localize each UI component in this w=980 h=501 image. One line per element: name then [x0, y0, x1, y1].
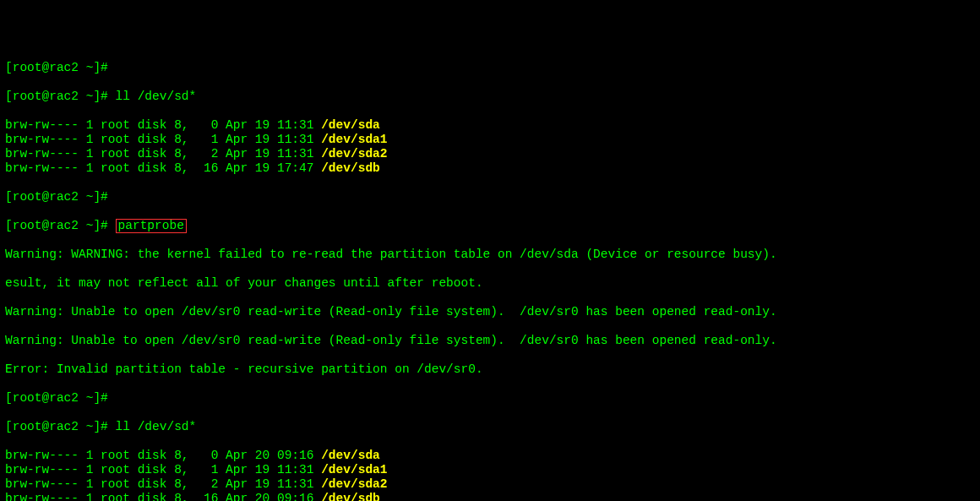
- command-text: ll /dev/sd*: [116, 90, 197, 103]
- command-text: ll /dev/sd*: [116, 420, 197, 433]
- ls-row: brw-rw---- 1 root disk 8, 16 Apr 19 17:4…: [5, 161, 975, 176]
- prompt-line[interactable]: [root@rac2 ~]#: [5, 219, 116, 232]
- file-permissions: brw-rw---- 1 root disk 8, 2 Apr 19 11:31: [5, 477, 321, 491]
- partprobe-command-highlight: partprobe: [116, 219, 187, 233]
- file-permissions: brw-rw---- 1 root disk 8, 2 Apr 19 11:31: [5, 147, 321, 161]
- device-path: /dev/sda2: [321, 477, 387, 491]
- file-permissions: brw-rw---- 1 root disk 8, 16 Apr 20 09:1…: [5, 492, 321, 501]
- device-path: /dev/sda1: [321, 463, 387, 476]
- warning-line: esult, it may not reflect all of your ch…: [5, 276, 975, 291]
- file-permissions: brw-rw---- 1 root disk 8, 0 Apr 19 11:31: [5, 118, 321, 132]
- device-path: /dev/sda1: [321, 133, 387, 146]
- device-path: /dev/sda: [321, 118, 380, 132]
- error-line: Error: Invalid partition table - recursi…: [5, 362, 975, 377]
- ls-row: brw-rw---- 1 root disk 8, 0 Apr 19 11:31…: [5, 118, 975, 133]
- ls-row: brw-rw---- 1 root disk 8, 1 Apr 19 11:31…: [5, 133, 975, 147]
- ls-row: brw-rw---- 1 root disk 8, 0 Apr 20 09:16…: [5, 449, 975, 463]
- file-permissions: brw-rw---- 1 root disk 8, 1 Apr 19 11:31: [5, 463, 321, 476]
- ls-row: brw-rw---- 1 root disk 8, 2 Apr 19 11:31…: [5, 147, 975, 161]
- prompt-line[interactable]: [root@rac2 ~]#: [5, 90, 116, 103]
- file-permissions: brw-rw---- 1 root disk 8, 0 Apr 20 09:16: [5, 449, 321, 462]
- file-permissions: brw-rw---- 1 root disk 8, 1 Apr 19 11:31: [5, 133, 321, 146]
- ls-output-1: brw-rw---- 1 root disk 8, 0 Apr 19 11:31…: [5, 118, 975, 176]
- ls-row: brw-rw---- 1 root disk 8, 2 Apr 19 11:31…: [5, 477, 975, 492]
- ls-row: brw-rw---- 1 root disk 8, 1 Apr 19 11:31…: [5, 463, 975, 477]
- device-path: /dev/sda2: [321, 147, 387, 161]
- device-path: /dev/sda: [321, 449, 380, 462]
- file-permissions: brw-rw---- 1 root disk 8, 16 Apr 19 17:4…: [5, 161, 321, 175]
- device-path: /dev/sdb: [321, 492, 380, 501]
- prompt-line: [root@rac2 ~]#: [5, 61, 108, 74]
- warning-line: Warning: Unable to open /dev/sr0 read-wr…: [5, 334, 975, 348]
- device-path: /dev/sdb: [321, 161, 380, 175]
- prompt-line[interactable]: [root@rac2 ~]#: [5, 420, 116, 433]
- ls-row: brw-rw---- 1 root disk 8, 16 Apr 20 09:1…: [5, 492, 975, 501]
- ls-output-2: brw-rw---- 1 root disk 8, 0 Apr 20 09:16…: [5, 449, 975, 501]
- warning-line: Warning: WARNING: the kernel failed to r…: [5, 248, 975, 262]
- prompt-line: [root@rac2 ~]#: [5, 391, 108, 405]
- prompt-line: [root@rac2 ~]#: [5, 190, 108, 204]
- warning-line: Warning: Unable to open /dev/sr0 read-wr…: [5, 305, 975, 319]
